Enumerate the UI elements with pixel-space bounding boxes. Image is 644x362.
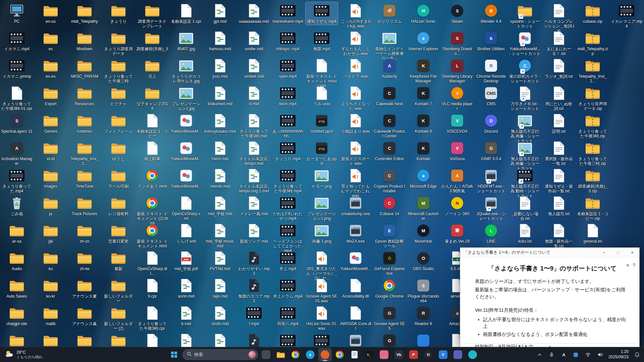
desktop-icon[interactable]: Auto Saves xyxy=(1,277,33,300)
desktop-icon[interactable]: きょうり食ってた午後3時.mid xyxy=(238,112,270,139)
desktop-icon[interactable]: VVLC media player xyxy=(441,84,473,112)
desktop-icon[interactable]: 9.cpr xyxy=(136,277,168,300)
desktop-icon[interactable]: meroin.mid xyxy=(204,167,236,190)
desktop-icon[interactable]: 通知うぜえ.mp4 xyxy=(306,2,338,25)
desktop-icon[interactable]: バスドラ.wav xyxy=(339,57,372,80)
desktop-icon[interactable]: OOBS Studio xyxy=(407,249,439,272)
taskbar-app-voicevox[interactable]: Vb xyxy=(392,348,406,361)
taskbar-app-microsoft-edge[interactable]: e xyxy=(304,348,317,361)
desktop-icon[interactable]: 調査練習(失敗)_3.zip xyxy=(577,167,609,194)
desktop-icon[interactable]: zh-cn xyxy=(68,222,101,245)
desktop-icon[interactable]: こっちのhすまd s bあ.wav xyxy=(339,2,372,29)
desktop-icon[interactable]: umibe.mid xyxy=(238,29,270,52)
desktop-icon[interactable]: Google Chrome xyxy=(373,277,406,300)
list-icon[interactable]: ≡ xyxy=(626,262,629,268)
desktop-icon[interactable]: cubase.zip xyxy=(577,2,609,25)
desktop-icon[interactable]: 小銭詰まり.wav xyxy=(339,112,372,135)
desktop-icon[interactable]: テンポあて.html xyxy=(136,167,168,190)
desktop-icon[interactable]: rajio.mid xyxy=(204,277,236,300)
desktop-icon[interactable]: syasinn - ショートカット xyxy=(509,2,541,29)
desktop-icon[interactable]: RReaktor 6 xyxy=(407,304,439,327)
taskbar-app-music-app[interactable] xyxy=(466,348,479,361)
desktop-icon[interactable]: 名称未設定 1 - コピー xyxy=(136,112,168,139)
desktop-icon[interactable]: 最新 xyxy=(102,249,135,272)
desktop-icon[interactable]: JQuake.exe - ショートカット xyxy=(475,194,507,222)
desktop-icon[interactable]: うみ.ustx xyxy=(306,84,338,107)
taskbar-app-google-chrome[interactable] xyxy=(289,348,302,361)
desktop-icon[interactable]: YukkuriMovieM... xyxy=(339,249,372,272)
desktop-icon[interactable]: eInternet Explorer xyxy=(407,29,439,52)
desktop-icon[interactable]: イカマニ.ymmp xyxy=(1,57,33,80)
desktop-icon[interactable]: malib xyxy=(35,304,67,327)
desktop-icon[interactable]: 井上ドラム.mp4 xyxy=(272,277,304,300)
hidden-icons-chevron[interactable] xyxy=(534,349,545,361)
desktop-icon[interactable]: YukkuriMovieM... xyxy=(170,112,202,135)
desktop-icon[interactable]: KKeepforest File Manager xyxy=(407,57,439,84)
clock[interactable]: 1:20 2025/09/23 xyxy=(606,349,631,360)
volume-icon[interactable] xyxy=(594,349,606,361)
desktop-icon[interactable]: xl.mid xyxy=(238,84,270,107)
desktop-icon[interactable]: HDDFMT.exe - ショートカット xyxy=(475,167,507,194)
desktop-icon[interactable]: CCrypton Product Installer xyxy=(373,167,406,194)
desktop-icon[interactable]: 新規エクスポート.wav xyxy=(339,139,372,167)
desktop-icon[interactable]: KKontakt 8 xyxy=(407,112,439,135)
desktop-icon[interactable]: YukkuriMovieM... - ショートカット xyxy=(509,29,541,57)
desktop-icon[interactable]: ko xyxy=(35,249,67,272)
desktop-icon[interactable]: general.ini xyxy=(577,222,609,245)
desktop-icon[interactable]: mid_学校.mid xyxy=(204,194,236,217)
desktop-icon[interactable]: メドレー風.mid xyxy=(238,194,270,217)
desktop-icon[interactable]: CController Editor xyxy=(373,139,406,162)
desktop-icon[interactable]: ja xyxy=(35,194,67,217)
desktop-icon[interactable]: 無題.mp4 xyxy=(306,29,338,52)
desktop-icon[interactable]: きょうり食ってた午後3時.mp4 xyxy=(272,167,304,194)
desktop-icon[interactable]: ごみ箱 xyxy=(1,194,33,217)
desktop-icon[interactable]: SSpectraLayers 11 xyxy=(1,112,33,135)
desktop-icon[interactable]: ohhayo-.mp4 xyxy=(272,29,304,52)
desktop-icon[interactable]: Mixdown xyxy=(68,29,101,52)
desktop-icon[interactable]: sirofo.mid xyxy=(204,304,236,327)
desktop-icon[interactable]: f.mp4 xyxy=(238,304,270,327)
desktop-icon[interactable]: 父子キャンプ2018 xyxy=(136,84,168,112)
desktop-icon[interactable]: es-es xyxy=(35,57,67,80)
desktop-icon[interactable]: EEpson 接続診断ツール xyxy=(373,222,406,249)
desktop-icon[interactable]: 万引きメモ.txt - ショートカット xyxy=(509,84,541,112)
desktop-icon[interactable]: きょうり食ってた午後3時.zip xyxy=(577,112,609,139)
desktop-icon[interactable]: Telepathy_Inst_2... xyxy=(68,139,101,167)
desktop-icon[interactable]: YukkuriMovieM... xyxy=(170,139,202,162)
desktop-icon[interactable]: 筆筆まめ Ver.28 xyxy=(441,222,473,245)
desktop-icon[interactable]: ar-sa xyxy=(1,222,33,245)
desktop-icon[interactable]: createdump.exe xyxy=(339,194,372,217)
desktop-icon[interactable]: AActivation Manager xyxy=(1,139,33,167)
desktop-icon[interactable]: イカレマニア.mp4 xyxy=(610,2,643,29)
desktop-icon[interactable]: 無題のスコア.mp3 xyxy=(238,277,270,304)
taskbar-app-screen-tool[interactable] xyxy=(259,348,273,361)
desktop-icon[interactable]: NKSC_PARAM xyxy=(68,57,101,80)
desktop-icon[interactable]: AAudacity xyxy=(373,57,406,80)
desktop-icon[interactable]: アナウンス夏 xyxy=(68,277,101,300)
taskbar-app-obs-studio[interactable]: O xyxy=(422,348,435,361)
desktop-icon[interactable]: 路上駐車 xyxy=(136,139,168,162)
desktop-icon[interactable]: midi_Telepathy.zip xyxy=(577,29,609,57)
desktop-icon[interactable]: OpenCvSharp.dll... xyxy=(136,249,168,277)
desktop-icon[interactable]: きょうりポカコレ用サムネ.jpg xyxy=(170,57,202,84)
desktop-icon[interactable]: フォトフレーム xyxy=(102,112,135,135)
pen-icon[interactable] xyxy=(570,349,582,361)
desktop-icon[interactable]: midi_Telepathy xyxy=(68,2,101,25)
wifi-icon[interactable] xyxy=(582,349,594,361)
desktop-icon[interactable]: BBlender 4.4 xyxy=(475,2,507,25)
desktop-icon[interactable]: KKontakt 7 xyxy=(407,84,439,107)
desktop-icon[interactable]: teion.mp4 xyxy=(272,84,304,107)
desktop-icon[interactable]: SPlogue sforzando x64 xyxy=(407,277,439,304)
taskbar-app-fudemame[interactable] xyxy=(377,348,391,361)
desktop-icon[interactable]: 説明.txt xyxy=(543,112,575,135)
desktop-icon[interactable]: LLINE xyxy=(475,222,507,245)
desktop-icon[interactable]: きょうり.mp4 xyxy=(272,139,304,162)
desktop-icon[interactable]: きょうり食ってた午後3時.cpr xyxy=(136,304,168,332)
notifications-bell-icon[interactable] xyxy=(631,349,643,361)
desktop-icon[interactable]: hamusu.mid xyxy=(204,29,236,52)
desktop-icon[interactable]: PVTNd.mid xyxy=(204,249,236,272)
desktop-icon[interactable]: VVoiSona xyxy=(441,139,473,162)
taskbar-app-media-app[interactable]: P xyxy=(407,348,420,361)
desktop-icon[interactable]: id-id xyxy=(35,139,67,162)
desktop-icon[interactable]: YukkuriMovieM... xyxy=(170,167,202,190)
